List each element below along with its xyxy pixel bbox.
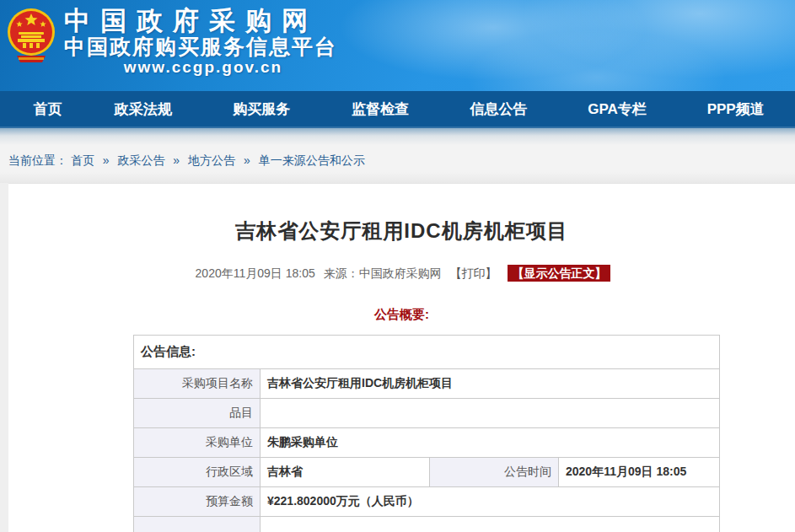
table-row-project-name: 采购项目名称 吉林省公安厅租用IDC机房机柜项目 bbox=[134, 369, 720, 399]
article-date: 2020年11月09日 18:05 bbox=[196, 266, 315, 280]
print-button[interactable]: 【打印】 bbox=[450, 266, 497, 280]
nav-item-regulations[interactable]: 政采法规 bbox=[83, 99, 202, 119]
article-source: 来源：中国政府采购网 bbox=[324, 266, 442, 280]
table-row-purchaser: 采购单位 朱鹏采购单位 bbox=[134, 428, 720, 458]
nav-item-ppp[interactable]: PPP频道 bbox=[676, 99, 795, 119]
breadcrumb-separator: » bbox=[173, 153, 180, 167]
category-label: 品目 bbox=[134, 399, 261, 428]
table-row-category: 品目 bbox=[134, 399, 720, 428]
content-card: 吉林省公安厅租用IDC机房机柜项目 2020年11月09日 18:05 来源：中… bbox=[8, 183, 795, 532]
breadcrumb-procurement-notices[interactable]: 政采公告 bbox=[117, 153, 164, 167]
nav-item-purchase-services[interactable]: 购买服务 bbox=[202, 99, 321, 119]
purchaser-value: 朱鹏采购单位 bbox=[261, 428, 720, 458]
project-name-value: 吉林省公安厅租用IDC机房机柜项目 bbox=[261, 369, 720, 399]
breadcrumb-home[interactable]: 首页 bbox=[71, 153, 94, 167]
breadcrumb-label: 当前位置： bbox=[8, 153, 67, 167]
table-row-partial bbox=[134, 517, 720, 532]
table-row-budget: 预算金额 ¥221.802000万元（人民币） bbox=[134, 487, 720, 517]
breadcrumb-separator: » bbox=[103, 153, 110, 167]
breadcrumb-strip: 当前位置： 首页 » 政采公告 » 地方公告 » 单一来源公告和公示 bbox=[0, 128, 795, 183]
nav-item-supervision[interactable]: 监督检查 bbox=[321, 99, 440, 119]
article-meta: 2020年11月09日 18:05 来源：中国政府采购网 【打印】 【显示公告正… bbox=[8, 266, 795, 282]
table-row-section-header: 公告信息: bbox=[134, 336, 720, 369]
budget-value: ¥221.802000万元（人民币） bbox=[261, 487, 720, 517]
breadcrumb: 当前位置： 首页 » 政采公告 » 地方公告 » 单一来源公告和公示 bbox=[0, 128, 795, 169]
notice-summary-table: 公告信息: 采购项目名称 吉林省公安厅租用IDC机房机柜项目 品目 采购单位 朱… bbox=[133, 335, 720, 532]
section-header-cell: 公告信息: bbox=[134, 336, 720, 369]
breadcrumb-separator: » bbox=[244, 153, 250, 167]
nav-item-gpa[interactable]: GPA专栏 bbox=[558, 99, 677, 119]
show-notice-button[interactable]: 【显示公告正文】 bbox=[508, 265, 610, 282]
site-url: www.ccgp.gov.cn bbox=[64, 58, 342, 77]
table-row-region-time: 行政区域 吉林省 公告时间 2020年11月09日 18:05 bbox=[134, 458, 720, 487]
breadcrumb-local-notices[interactable]: 地方公告 bbox=[188, 153, 235, 167]
region-label: 行政区域 bbox=[134, 458, 261, 487]
purchaser-label: 采购单位 bbox=[134, 428, 261, 458]
site-brand: 中国政府采购网 中国政府购买服务信息平台 www.ccgp.gov.cn bbox=[64, 7, 342, 77]
main-nav: 首页 政采法规 购买服务 监督检查 信息公告 GPA专栏 PPP频道 bbox=[0, 91, 795, 128]
article-title: 吉林省公安厅租用IDC机房机柜项目 bbox=[8, 184, 795, 245]
region-value: 吉林省 bbox=[261, 458, 430, 487]
nav-item-announcements[interactable]: 信息公告 bbox=[439, 99, 558, 119]
site-header: 中国政府采购网 中国政府购买服务信息平台 www.ccgp.gov.cn bbox=[0, 0, 795, 91]
notice-time-label: 公告时间 bbox=[430, 458, 559, 487]
national-emblem-icon bbox=[7, 7, 56, 67]
site-subtitle: 中国政府购买服务信息平台 bbox=[64, 35, 342, 58]
budget-label: 预算金额 bbox=[134, 487, 261, 517]
site-title: 中国政府采购网 bbox=[64, 7, 342, 35]
breadcrumb-single-source[interactable]: 单一来源公告和公示 bbox=[259, 153, 365, 167]
notice-time-value: 2020年11月09日 18:05 bbox=[559, 458, 720, 487]
nav-item-home[interactable]: 首页 bbox=[12, 99, 83, 119]
partial-row-value-cell bbox=[261, 517, 720, 532]
partial-row-label-cell bbox=[134, 517, 261, 532]
summary-heading: 公告概要: bbox=[8, 307, 795, 323]
project-name-label: 采购项目名称 bbox=[134, 369, 261, 399]
category-value bbox=[261, 399, 720, 428]
